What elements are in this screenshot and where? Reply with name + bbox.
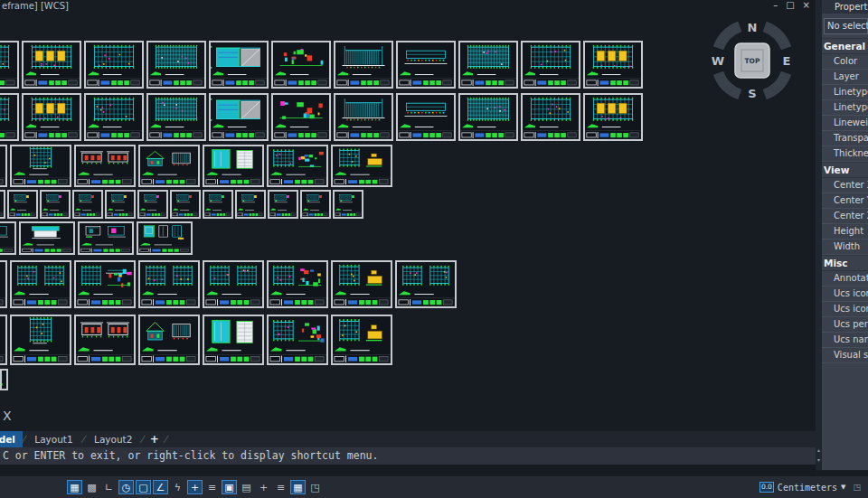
decimal-format-icon[interactable]: 0.0	[760, 482, 774, 493]
cad-thumbnail[interactable]	[0, 260, 7, 308]
property-row[interactable]: Width	[822, 240, 868, 255]
cad-thumbnail[interactable]	[40, 190, 71, 219]
property-row[interactable]: Thickness	[822, 146, 868, 162]
cad-thumbnail[interactable]	[10, 260, 71, 308]
angle-snap-toggle[interactable]: ∠	[153, 480, 168, 494]
cad-thumbnail[interactable]	[395, 260, 457, 308]
cad-thumbnail[interactable]	[19, 221, 75, 255]
cad-thumbnail[interactable]	[0, 190, 5, 219]
properties-panel-title[interactable]: Properties	[822, 0, 868, 14]
cad-thumbnail[interactable]	[267, 315, 328, 365]
selection-cycling-toggle[interactable]: +	[256, 480, 271, 494]
cad-thumbnail[interactable]	[521, 93, 580, 141]
cad-thumbnail[interactable]	[521, 41, 580, 89]
minimize-icon[interactable]: –	[773, 0, 778, 11]
cad-thumbnail[interactable]	[170, 190, 201, 219]
cad-thumbnail[interactable]	[138, 315, 200, 365]
cad-thumbnail[interactable]	[203, 315, 264, 365]
cad-thumbnail[interactable]	[0, 93, 19, 141]
cad-thumbnail[interactable]	[10, 315, 71, 365]
cad-thumbnail[interactable]	[209, 93, 269, 141]
cad-thumbnail[interactable]	[7, 190, 38, 219]
close-icon[interactable]: ×	[803, 0, 810, 11]
section-header-misc[interactable]: Misc	[822, 255, 868, 271]
cad-thumbnail[interactable]	[0, 315, 7, 365]
cad-thumbnail[interactable]	[84, 93, 144, 141]
cad-thumbnail[interactable]	[271, 41, 331, 89]
cad-thumbnail[interactable]	[0, 221, 16, 255]
cad-thumbnail[interactable]	[74, 315, 136, 365]
cad-thumbnail[interactable]	[458, 41, 518, 89]
cad-thumbnail[interactable]	[267, 260, 328, 308]
property-row[interactable]: Center Y	[822, 193, 868, 209]
cad-thumbnail[interactable]	[137, 190, 168, 219]
snap-mode-toggle[interactable]: ▩	[84, 480, 99, 494]
cad-thumbnail[interactable]	[138, 260, 200, 308]
selection-dropdown[interactable]: No selection	[824, 18, 868, 34]
annotation-visibility-toggle[interactable]: ≡	[273, 480, 288, 494]
ortho-mode-toggle[interactable]: ∟	[101, 480, 117, 494]
property-row[interactable]: Layer	[822, 70, 868, 85]
cad-thumbnail[interactable]	[105, 190, 136, 219]
workspace-switching-toggle[interactable]: ◳	[307, 480, 323, 494]
section-header-view[interactable]: View	[822, 162, 868, 178]
cad-thumbnail[interactable]	[72, 190, 103, 219]
property-row[interactable]: Ucs name	[822, 333, 868, 348]
cad-thumbnail[interactable]	[84, 41, 144, 89]
cad-thumbnail[interactable]	[583, 93, 643, 141]
cad-thumbnail[interactable]	[396, 41, 456, 89]
cad-thumbnail[interactable]	[271, 93, 331, 141]
property-row[interactable]: Lineweight	[822, 116, 868, 131]
cad-thumbnail[interactable]	[268, 190, 298, 219]
cad-thumbnail[interactable]	[146, 41, 206, 89]
cad-thumbnail[interactable]	[0, 145, 7, 187]
object-snap-toggle[interactable]: ▢	[136, 480, 151, 494]
grid-display-toggle[interactable]: ▦	[67, 480, 82, 494]
quick-properties-toggle[interactable]: ▤	[239, 480, 254, 494]
cad-thumbnail[interactable]	[0, 369, 8, 390]
cad-thumbnail[interactable]	[458, 93, 518, 141]
tab-model[interactable]: Model	[0, 431, 23, 447]
dynamic-input-toggle[interactable]: +	[187, 480, 203, 494]
restore-icon[interactable]: □	[786, 0, 794, 11]
property-row[interactable]: Ucs icon On	[822, 287, 868, 302]
cad-thumbnail[interactable]	[396, 93, 456, 141]
cad-thumbnail[interactable]	[203, 145, 264, 187]
cad-thumbnail[interactable]	[22, 41, 81, 89]
scroll-up-icon[interactable]: ▴	[816, 446, 822, 453]
chevron-down-icon[interactable]: ▼	[841, 484, 845, 491]
cad-thumbnail[interactable]	[209, 41, 269, 89]
cad-thumbnail[interactable]	[138, 145, 200, 187]
cad-thumbnail[interactable]	[331, 145, 392, 187]
polar-tracking-toggle[interactable]: ◷	[118, 480, 134, 494]
property-row[interactable]: Height	[822, 224, 868, 240]
scroll-down-icon[interactable]: ▾	[816, 456, 822, 463]
cad-thumbnail[interactable]	[0, 41, 19, 89]
cad-thumbnail[interactable]	[331, 315, 392, 365]
section-header-general[interactable]: General	[822, 38, 868, 54]
add-layout-button[interactable]: +	[145, 431, 165, 447]
cad-thumbnail[interactable]	[334, 41, 393, 89]
transparency-toggle[interactable]: ▣	[222, 480, 237, 494]
cad-thumbnail[interactable]	[333, 190, 363, 219]
cad-thumbnail[interactable]	[334, 93, 393, 141]
property-row[interactable]: Ucs icon at origin	[822, 302, 868, 317]
property-row[interactable]: Visual style	[822, 348, 868, 363]
property-row[interactable]: Color	[822, 54, 868, 70]
tab-layout1[interactable]: Layout1	[25, 431, 81, 447]
viewcube-compass[interactable]: N S W E TOP	[712, 20, 793, 101]
properties-scrollbar[interactable]: ▴ ▾	[816, 0, 822, 470]
cad-thumbnail[interactable]	[583, 41, 643, 89]
cad-thumbnail[interactable]	[300, 190, 331, 219]
cad-thumbnail[interactable]	[22, 93, 81, 141]
cad-thumbnail[interactable]	[137, 221, 193, 255]
units-label[interactable]: Centimeters	[778, 483, 837, 493]
viewport-corner-icon[interactable]: ◳	[853, 483, 861, 492]
lineweight-toggle[interactable]: ≡	[204, 480, 220, 494]
property-row[interactable]: Linetype scale	[822, 100, 868, 116]
cad-thumbnail[interactable]	[74, 145, 136, 187]
annotation-scale-toggle[interactable]: ▦	[290, 480, 306, 494]
property-row[interactable]: Annotation scale	[822, 271, 868, 287]
status-units[interactable]: 0.0 Centimeters ▼ ◳	[760, 476, 861, 498]
cad-thumbnail[interactable]	[203, 260, 264, 308]
